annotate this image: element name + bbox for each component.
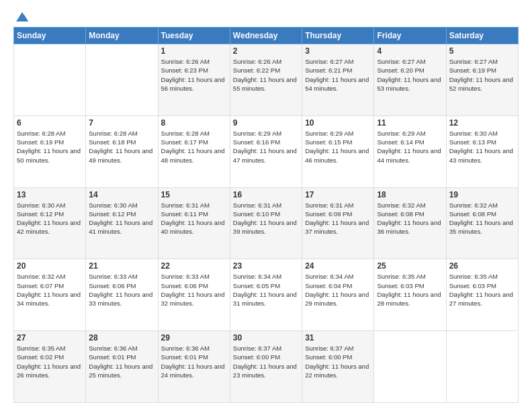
day-info: Sunrise: 6:30 AM Sunset: 6:12 PM Dayligh… <box>89 201 154 236</box>
calendar-cell: 14Sunrise: 6:30 AM Sunset: 6:12 PM Dayli… <box>86 187 158 259</box>
day-number: 25 <box>377 261 443 271</box>
calendar-cell: 30Sunrise: 6:37 AM Sunset: 6:00 PM Dayli… <box>230 331 302 403</box>
day-number: 10 <box>305 118 371 128</box>
day-info: Sunrise: 6:27 AM Sunset: 6:21 PM Dayligh… <box>305 57 371 93</box>
day-info: Sunrise: 6:29 AM Sunset: 6:16 PM Dayligh… <box>233 129 299 165</box>
calendar-cell: 31Sunrise: 6:37 AM Sunset: 6:00 PM Dayli… <box>302 331 374 403</box>
day-number: 6 <box>17 118 83 128</box>
header <box>13 11 519 20</box>
day-number: 31 <box>305 333 371 342</box>
day-number: 15 <box>161 190 227 199</box>
calendar-header-row: SundayMondayTuesdayWednesdayThursdayFrid… <box>14 28 519 44</box>
calendar-cell: 13Sunrise: 6:30 AM Sunset: 6:12 PM Dayli… <box>14 187 86 259</box>
day-number: 29 <box>161 333 227 342</box>
calendar-header-monday: Monday <box>86 28 158 44</box>
calendar-cell: 12Sunrise: 6:30 AM Sunset: 6:13 PM Dayli… <box>446 116 518 187</box>
day-info: Sunrise: 6:26 AM Sunset: 6:23 PM Dayligh… <box>161 57 227 93</box>
calendar-week-4: 20Sunrise: 6:32 AM Sunset: 6:07 PM Dayli… <box>14 259 519 331</box>
day-info: Sunrise: 6:33 AM Sunset: 6:06 PM Dayligh… <box>161 272 227 308</box>
day-number: 30 <box>233 333 299 342</box>
day-info: Sunrise: 6:29 AM Sunset: 6:15 PM Dayligh… <box>305 129 371 165</box>
day-info: Sunrise: 6:31 AM Sunset: 6:09 PM Dayligh… <box>305 201 371 236</box>
day-info: Sunrise: 6:36 AM Sunset: 6:01 PM Dayligh… <box>89 344 154 379</box>
calendar-cell <box>14 44 86 116</box>
day-number: 1 <box>161 46 227 56</box>
calendar-week-1: 1Sunrise: 6:26 AM Sunset: 6:23 PM Daylig… <box>14 44 519 116</box>
day-number: 11 <box>377 118 443 128</box>
calendar-cell: 29Sunrise: 6:36 AM Sunset: 6:01 PM Dayli… <box>158 331 230 403</box>
day-info: Sunrise: 6:32 AM Sunset: 6:08 PM Dayligh… <box>449 201 515 236</box>
calendar-week-5: 27Sunrise: 6:35 AM Sunset: 6:02 PM Dayli… <box>14 331 519 403</box>
calendar-cell: 6Sunrise: 6:28 AM Sunset: 6:19 PM Daylig… <box>14 116 86 187</box>
day-number: 21 <box>89 261 154 271</box>
day-info: Sunrise: 6:34 AM Sunset: 6:04 PM Dayligh… <box>305 272 371 308</box>
day-info: Sunrise: 6:36 AM Sunset: 6:01 PM Dayligh… <box>161 344 227 379</box>
calendar-header-saturday: Saturday <box>446 28 518 44</box>
calendar-cell: 18Sunrise: 6:32 AM Sunset: 6:08 PM Dayli… <box>374 187 446 259</box>
day-info: Sunrise: 6:35 AM Sunset: 6:03 PM Dayligh… <box>449 272 515 308</box>
day-info: Sunrise: 6:30 AM Sunset: 6:12 PM Dayligh… <box>17 201 83 236</box>
calendar-cell: 9Sunrise: 6:29 AM Sunset: 6:16 PM Daylig… <box>230 116 302 187</box>
day-info: Sunrise: 6:28 AM Sunset: 6:19 PM Dayligh… <box>17 129 83 165</box>
day-info: Sunrise: 6:35 AM Sunset: 6:02 PM Dayligh… <box>17 344 83 379</box>
day-info: Sunrise: 6:30 AM Sunset: 6:13 PM Dayligh… <box>449 129 515 165</box>
day-info: Sunrise: 6:37 AM Sunset: 6:00 PM Dayligh… <box>233 344 299 379</box>
calendar-cell: 3Sunrise: 6:27 AM Sunset: 6:21 PM Daylig… <box>302 44 374 116</box>
day-info: Sunrise: 6:26 AM Sunset: 6:22 PM Dayligh… <box>233 57 299 93</box>
day-number: 2 <box>233 46 299 56</box>
day-info: Sunrise: 6:31 AM Sunset: 6:11 PM Dayligh… <box>161 201 227 236</box>
day-number: 5 <box>449 46 515 56</box>
calendar-header-sunday: Sunday <box>14 28 86 44</box>
calendar-header-friday: Friday <box>374 28 446 44</box>
calendar-cell: 19Sunrise: 6:32 AM Sunset: 6:08 PM Dayli… <box>446 187 518 259</box>
calendar-cell: 1Sunrise: 6:26 AM Sunset: 6:23 PM Daylig… <box>158 44 230 116</box>
calendar-cell: 24Sunrise: 6:34 AM Sunset: 6:04 PM Dayli… <box>302 259 374 331</box>
logo <box>13 11 30 20</box>
day-info: Sunrise: 6:27 AM Sunset: 6:20 PM Dayligh… <box>377 57 443 93</box>
calendar-header-tuesday: Tuesday <box>158 28 230 44</box>
calendar-cell: 17Sunrise: 6:31 AM Sunset: 6:09 PM Dayli… <box>302 187 374 259</box>
calendar-table: SundayMondayTuesdayWednesdayThursdayFrid… <box>13 27 519 403</box>
calendar-cell: 25Sunrise: 6:35 AM Sunset: 6:03 PM Dayli… <box>374 259 446 331</box>
calendar-cell: 5Sunrise: 6:27 AM Sunset: 6:19 PM Daylig… <box>446 44 518 116</box>
day-number: 27 <box>17 333 83 342</box>
day-number: 28 <box>89 333 154 342</box>
day-info: Sunrise: 6:37 AM Sunset: 6:00 PM Dayligh… <box>305 344 371 379</box>
day-number: 9 <box>233 118 299 128</box>
day-number: 8 <box>161 118 227 128</box>
day-number: 4 <box>377 46 443 56</box>
calendar-week-2: 6Sunrise: 6:28 AM Sunset: 6:19 PM Daylig… <box>14 116 519 187</box>
calendar-cell: 11Sunrise: 6:29 AM Sunset: 6:14 PM Dayli… <box>374 116 446 187</box>
day-info: Sunrise: 6:31 AM Sunset: 6:10 PM Dayligh… <box>233 201 299 236</box>
calendar-cell <box>374 331 446 403</box>
day-info: Sunrise: 6:28 AM Sunset: 6:17 PM Dayligh… <box>161 129 227 165</box>
calendar-cell: 4Sunrise: 6:27 AM Sunset: 6:20 PM Daylig… <box>374 44 446 116</box>
day-info: Sunrise: 6:28 AM Sunset: 6:18 PM Dayligh… <box>89 129 154 165</box>
calendar-cell: 7Sunrise: 6:28 AM Sunset: 6:18 PM Daylig… <box>86 116 158 187</box>
day-number: 12 <box>449 118 515 128</box>
day-info: Sunrise: 6:32 AM Sunset: 6:07 PM Dayligh… <box>17 272 83 308</box>
day-number: 20 <box>17 261 83 271</box>
calendar-cell: 27Sunrise: 6:35 AM Sunset: 6:02 PM Dayli… <box>14 331 86 403</box>
day-number: 22 <box>161 261 227 271</box>
day-number: 24 <box>305 261 371 271</box>
day-number: 17 <box>305 190 371 199</box>
calendar-cell: 20Sunrise: 6:32 AM Sunset: 6:07 PM Dayli… <box>14 259 86 331</box>
calendar-cell <box>446 331 518 403</box>
day-info: Sunrise: 6:33 AM Sunset: 6:06 PM Dayligh… <box>89 272 154 308</box>
day-number: 13 <box>17 190 83 199</box>
day-number: 7 <box>89 118 154 128</box>
day-number: 3 <box>305 46 371 56</box>
day-number: 23 <box>233 261 299 271</box>
calendar-cell: 28Sunrise: 6:36 AM Sunset: 6:01 PM Dayli… <box>86 331 158 403</box>
logo-line1 <box>13 11 30 23</box>
calendar-cell: 15Sunrise: 6:31 AM Sunset: 6:11 PM Dayli… <box>158 187 230 259</box>
calendar-cell: 21Sunrise: 6:33 AM Sunset: 6:06 PM Dayli… <box>86 259 158 331</box>
calendar-cell: 10Sunrise: 6:29 AM Sunset: 6:15 PM Dayli… <box>302 116 374 187</box>
calendar-cell: 16Sunrise: 6:31 AM Sunset: 6:10 PM Dayli… <box>230 187 302 259</box>
day-info: Sunrise: 6:35 AM Sunset: 6:03 PM Dayligh… <box>377 272 443 308</box>
day-number: 26 <box>449 261 515 271</box>
calendar-cell: 23Sunrise: 6:34 AM Sunset: 6:05 PM Dayli… <box>230 259 302 331</box>
logo-icon <box>15 11 30 23</box>
day-number: 19 <box>449 190 515 199</box>
